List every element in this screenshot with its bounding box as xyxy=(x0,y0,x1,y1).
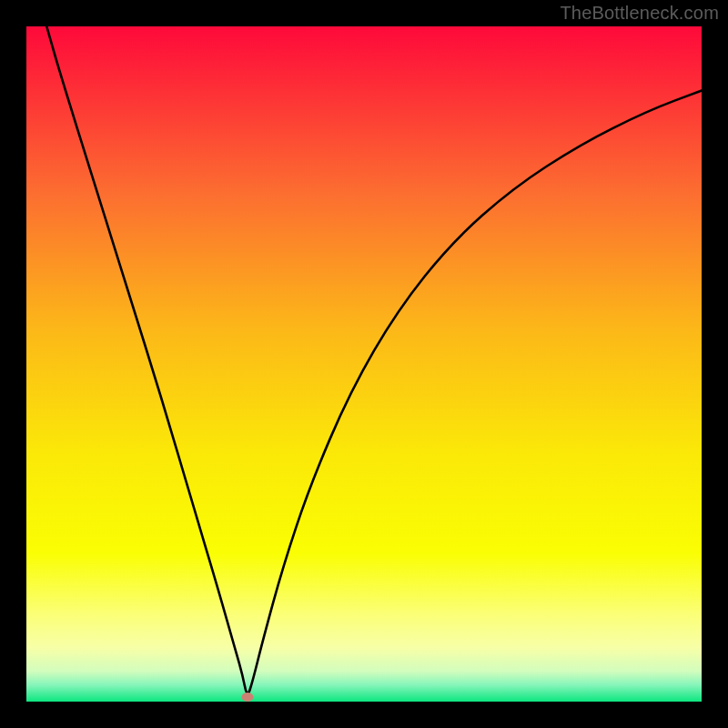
watermark-text: TheBottleneck.com xyxy=(560,3,719,24)
bottleneck-curve xyxy=(26,26,702,702)
plot-area xyxy=(26,26,702,702)
chart-frame: TheBottleneck.com xyxy=(0,0,728,728)
min-point-marker xyxy=(241,693,253,702)
